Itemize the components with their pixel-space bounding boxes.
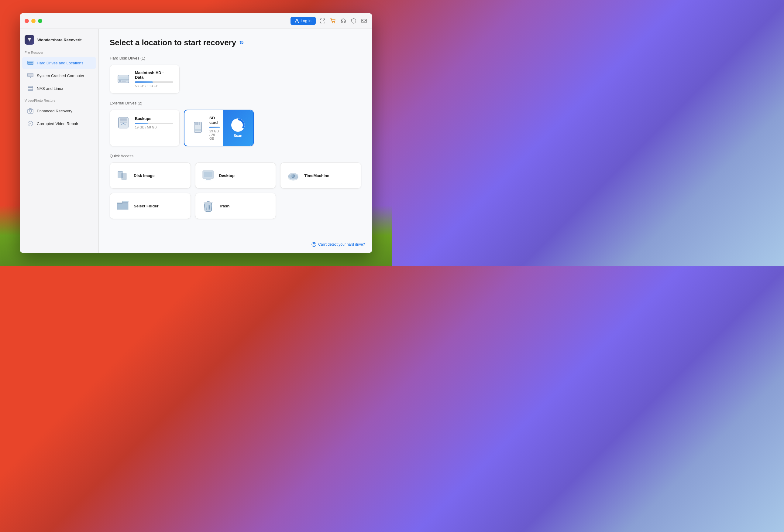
drive-size-macintosh: 53 GB / 113 GB — [135, 84, 173, 88]
main-window: Log in — [20, 13, 372, 253]
sdcard-drive-icon — [191, 121, 205, 136]
svg-point-1 — [332, 22, 333, 23]
svg-rect-12 — [28, 89, 33, 90]
maximize-button[interactable] — [38, 19, 42, 23]
svg-rect-38 — [204, 172, 213, 177]
quick-label-select-folder: Select Folder — [134, 204, 159, 208]
drive-card-sdcard[interactable]: SD card 29 GB / 29 GB Sca — [184, 110, 254, 146]
svg-rect-21 — [121, 80, 128, 81]
refresh-icon[interactable]: ↻ — [239, 39, 246, 46]
svg-rect-31 — [197, 122, 198, 125]
sidebar-item-label-hard-drives: Hard Drives and Locations — [37, 61, 83, 65]
quick-card-trash[interactable]: Trash — [195, 193, 276, 219]
title-bar-right: Log in — [290, 17, 367, 25]
quick-label-desktop: Desktop — [219, 173, 234, 178]
drive-card-macintosh[interactable]: Macintosh HD - Data 53 GB / 113 GB — [110, 65, 179, 93]
minimize-button[interactable] — [31, 19, 35, 23]
drive-name-backups: Backups — [135, 116, 173, 121]
cant-detect-link[interactable]: Can't detect your hard drive? — [311, 242, 365, 247]
sidebar-item-label-enhanced: Enhanced Recovery — [37, 109, 72, 113]
svg-rect-3 — [362, 19, 366, 23]
quick-label-disk-image: Disk Image — [134, 173, 155, 178]
content-area: Select a location to start recovery ↻ Ha… — [99, 29, 372, 253]
sidebar-item-video-repair[interactable]: Corrupted Video Repair — [22, 118, 96, 130]
drive-bar-bg — [135, 81, 173, 83]
folder-icon — [116, 199, 130, 212]
sidebar-item-nas-linux[interactable]: NAS and Linux — [22, 82, 96, 94]
scan-animation — [231, 118, 245, 132]
sidebar-item-hard-drives[interactable]: Hard Drives and Locations — [22, 57, 96, 69]
disk-image-icon — [116, 169, 130, 182]
drive-bar-fill-backups — [135, 123, 148, 124]
svg-rect-32 — [199, 122, 200, 125]
page-title-container: Select a location to start recovery ↻ — [110, 38, 361, 48]
sidebar: Wondershare Recoverit File Recover Hard … — [20, 29, 99, 253]
user-icon — [295, 19, 299, 23]
mail-icon[interactable] — [361, 18, 367, 24]
drive-name-sdcard: SD card — [209, 116, 220, 125]
drive-card-backups[interactable]: Backups 19 GB / 58 GB — [110, 110, 179, 146]
quick-label-timemachine: TimeMachine — [304, 173, 329, 178]
app-name: Wondershare Recoverit — [37, 38, 82, 42]
drive-size-backups: 19 GB / 58 GB — [135, 125, 173, 129]
svg-rect-8 — [28, 73, 33, 77]
drive-card-inner: Macintosh HD - Data 53 GB / 113 GB — [116, 70, 173, 88]
drive-info-sdcard: SD card 29 GB / 29 GB — [209, 116, 220, 140]
sidebar-item-label-system-crashed: System Crashed Computer — [37, 73, 84, 78]
video-repair-icon — [27, 120, 34, 127]
backups-drive-icon — [116, 115, 131, 130]
drive-card-inner-backups: Backups 19 GB / 58 GB — [116, 115, 173, 130]
nas-icon — [27, 85, 34, 92]
computer-icon — [27, 72, 34, 79]
signin-icon[interactable] — [319, 18, 326, 24]
svg-rect-20 — [119, 80, 121, 82]
svg-rect-30 — [195, 122, 197, 125]
hard-disk-section-label: Hard Disk Drives (1) — [110, 56, 361, 60]
quick-card-timemachine[interactable]: TimeMachine — [280, 162, 361, 188]
title-bar: Log in — [20, 13, 372, 29]
quick-access-label: Quick Access — [110, 154, 361, 158]
drive-size-sdcard: 29 GB / 29 GB — [209, 129, 220, 140]
main-layout: Wondershare Recoverit File Recover Hard … — [20, 29, 372, 253]
scan-overlay[interactable]: Scan — [223, 110, 253, 146]
drive-info-macintosh: Macintosh HD - Data 53 GB / 113 GB — [135, 70, 173, 88]
login-button[interactable]: Log in — [290, 17, 316, 25]
sidebar-item-label-nas: NAS and Linux — [37, 86, 63, 91]
close-button[interactable] — [25, 19, 29, 23]
sidebar-item-label-video: Corrupted Video Repair — [37, 121, 78, 126]
headset-icon[interactable] — [340, 18, 347, 24]
drive-bar-fill-sdcard — [209, 127, 220, 128]
traffic-lights — [25, 19, 42, 23]
quick-card-disk-image[interactable]: Disk Image — [110, 162, 191, 188]
sidebar-item-enhanced-recovery[interactable]: Enhanced Recovery — [22, 105, 96, 117]
quick-card-desktop[interactable]: Desktop — [195, 162, 276, 188]
svg-rect-10 — [28, 86, 33, 87]
cart-icon[interactable] — [330, 18, 336, 24]
quick-card-select-folder[interactable]: Select Folder — [110, 193, 191, 219]
drive-bar-bg-sdcard — [209, 127, 220, 128]
app-logo — [25, 35, 34, 45]
svg-point-14 — [29, 110, 32, 112]
hard-drive-card-icon — [116, 72, 131, 87]
svg-rect-22 — [121, 81, 126, 82]
video-photo-label: Video/Photo Restore — [20, 95, 99, 105]
svg-rect-26 — [120, 120, 127, 121]
drive-info-backups: Backups 19 GB / 58 GB — [135, 116, 173, 129]
quick-access-grid: Disk Image Desktop — [110, 162, 361, 219]
svg-point-2 — [334, 22, 335, 23]
cant-detect-text: Can't detect your hard drive? — [318, 242, 365, 246]
shield-icon[interactable] — [351, 18, 357, 24]
trash-icon — [201, 199, 215, 212]
page-title-text: Select a location to start recovery — [110, 38, 236, 48]
hard-disk-drives-grid: Macintosh HD - Data 53 GB / 113 GB — [110, 65, 361, 93]
svg-rect-40 — [204, 180, 212, 180]
svg-point-48 — [314, 245, 314, 246]
app-header: Wondershare Recoverit — [20, 35, 99, 51]
sidebar-item-system-crashed[interactable]: System Crashed Computer — [22, 69, 96, 82]
file-recover-label: File Recover — [20, 51, 99, 57]
svg-rect-11 — [28, 88, 33, 89]
external-drives-grid: Backups 19 GB / 58 GB — [110, 110, 361, 146]
svg-rect-35 — [121, 173, 127, 180]
desktop-icon — [201, 169, 215, 182]
help-circle-icon — [311, 242, 316, 247]
